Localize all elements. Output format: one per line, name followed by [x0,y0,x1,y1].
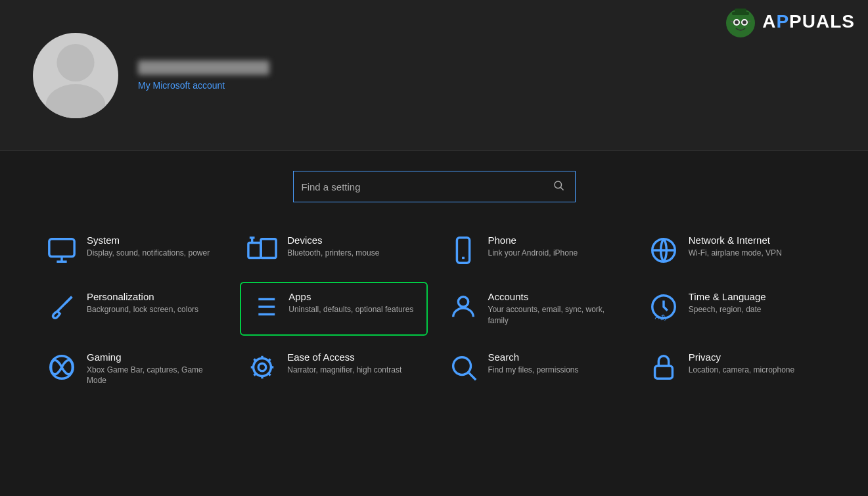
settings-item-ease[interactable]: Ease of Access Narrator, magnifier, high… [240,342,427,396]
settings-text-system: System Display, sound, notifications, po… [87,235,210,259]
clock-icon: A あ [648,291,679,323]
settings-item-privacy[interactable]: Privacy Location, camera, microphone [641,342,829,396]
settings-desc-time: Speech, region, date [689,304,766,315]
settings-desc-privacy: Location, camera, microphone [689,365,794,376]
lock-icon [648,351,679,383]
devices-icon [246,235,278,266]
settings-text-phone: Phone Link your Android, iPhone [488,235,578,259]
settings-title-search: Search [488,351,579,363]
svg-point-32 [458,297,468,307]
apps-icon [248,291,279,323]
settings-title-ease: Ease of Access [287,351,401,363]
settings-title-system: System [87,235,210,246]
settings-text-gaming: Gaming Xbox Game Bar, captures, Game Mod… [87,351,220,387]
brush-icon [46,291,78,323]
settings-item-search[interactable]: Search Find my files, permissions [441,342,628,396]
search-container [39,171,829,202]
person-icon [447,291,479,323]
settings-item-apps[interactable]: Apps Uninstall, defaults, optional featu… [240,282,427,336]
svg-point-0 [57,43,94,81]
svg-rect-18 [261,239,276,258]
svg-rect-21 [457,238,469,263]
header-section: My Microsoft account APPUALS [0,0,868,151]
svg-line-39 [468,372,476,380]
monitor-icon [46,235,78,266]
settings-desc-network: Wi-Fi, airplane mode, VPN [689,248,782,259]
settings-desc-devices: Bluetooth, printers, mouse [287,248,379,259]
settings-item-network[interactable]: Network & Internet Wi-Fi, airplane mode,… [641,225,829,275]
settings-desc-gaming: Xbox Game Bar, captures, Game Mode [87,365,220,387]
settings-item-time[interactable]: A あ Time & Language Speech, region, date [641,282,829,336]
appuals-logo: APPUALS [724,7,855,39]
settings-desc-apps: Uninstall, defaults, optional features [288,304,413,315]
settings-text-search: Search Find my files, permissions [488,351,579,376]
svg-rect-14 [49,239,74,257]
search-box[interactable] [293,171,576,202]
settings-title-time: Time & Language [689,291,766,302]
settings-desc-phone: Link your Android, iPhone [488,248,578,259]
settings-title-personalization: Personalization [87,291,198,302]
svg-rect-4 [735,9,746,14]
svg-point-7 [735,20,739,24]
svg-point-36 [259,363,267,371]
svg-rect-40 [654,366,672,378]
search-button[interactable] [550,179,567,194]
settings-item-personalization[interactable]: Personalization Background, lock screen,… [39,282,227,336]
svg-line-25 [66,297,72,304]
settings-grid: System Display, sound, notifications, po… [39,225,829,395]
phone-icon [447,235,479,266]
settings-text-privacy: Privacy Location, camera, microphone [689,351,794,376]
settings-desc-ease: Narrator, magnifier, high contrast [287,365,401,376]
settings-title-apps: Apps [288,291,413,302]
svg-line-13 [560,187,563,190]
settings-item-gaming[interactable]: Gaming Xbox Game Bar, captures, Game Mod… [39,342,227,396]
settings-desc-accounts: Your accounts, email, sync, work, family [488,304,622,327]
profile-info: My Microsoft account [138,60,269,91]
settings-text-accounts: Accounts Your accounts, email, sync, wor… [488,291,622,327]
settings-text-personalization: Personalization Background, lock screen,… [87,291,198,315]
avatar [33,33,118,118]
username-blurred [138,60,269,75]
search-icon [447,351,479,383]
search-input[interactable] [302,181,550,192]
svg-point-37 [254,358,271,376]
settings-title-privacy: Privacy [689,351,794,363]
ms-account-link[interactable]: My Microsoft account [138,80,269,91]
svg-rect-17 [248,243,261,258]
svg-point-38 [453,357,470,374]
logo-icon [724,7,757,39]
settings-text-devices: Devices Bluetooth, printers, mouse [287,235,379,259]
svg-point-8 [742,20,746,24]
avatar-icon [33,33,118,118]
settings-text-apps: Apps Uninstall, defaults, optional featu… [288,291,413,315]
settings-desc-personalization: Background, lock screen, colors [87,304,198,315]
svg-point-1 [46,84,106,118]
settings-desc-system: Display, sound, notifications, power [87,248,210,259]
settings-desc-search: Find my files, permissions [488,365,579,376]
settings-title-accounts: Accounts [488,291,622,302]
ease-icon [246,351,278,383]
settings-text-network: Network & Internet Wi-Fi, airplane mode,… [689,235,782,259]
settings-item-phone[interactable]: Phone Link your Android, iPhone [441,225,628,275]
globe-icon [648,235,679,266]
settings-title-devices: Devices [287,235,379,246]
settings-text-ease: Ease of Access Narrator, magnifier, high… [287,351,401,376]
svg-point-12 [555,181,562,189]
settings-item-accounts[interactable]: Accounts Your accounts, email, sync, wor… [441,282,628,336]
settings-item-devices[interactable]: Devices Bluetooth, printers, mouse [240,225,427,275]
xbox-icon [46,351,78,383]
settings-title-network: Network & Internet [689,235,782,246]
settings-text-time: Time & Language Speech, region, date [689,291,766,315]
main-content: System Display, sound, notifications, po… [0,151,868,496]
settings-title-gaming: Gaming [87,351,220,363]
settings-title-phone: Phone [488,235,578,246]
settings-item-system[interactable]: System Display, sound, notifications, po… [39,225,227,275]
svg-text:A あ: A あ [654,313,667,321]
